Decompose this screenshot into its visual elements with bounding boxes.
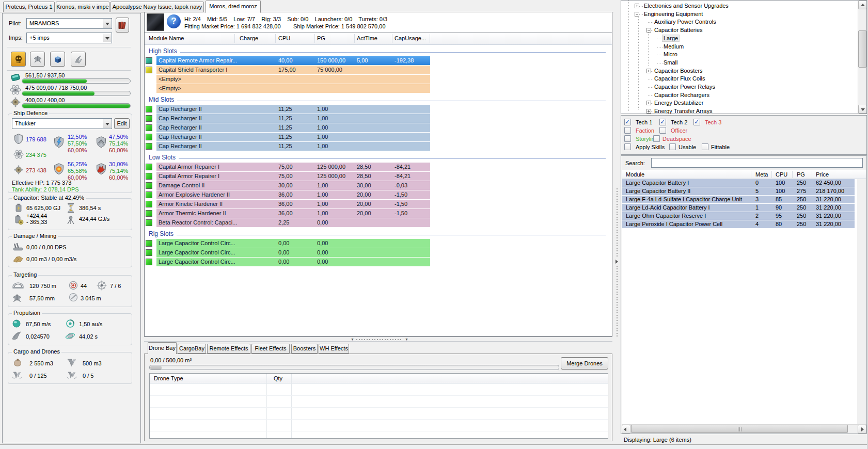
col-acttime[interactable]: ActTime [357, 35, 377, 41]
browser-item-row[interactable]: Large Ld-Acid Capacitor Battery I1902503… [622, 204, 855, 212]
tree-item-engineering-equipment[interactable]: Engineering Equipment [621, 10, 857, 19]
module-row[interactable]: Large Capacitor Control Circ...0,000,00 [145, 248, 612, 258]
col-charge[interactable]: Charge [240, 35, 258, 41]
tree-expander-icon[interactable] [646, 28, 651, 33]
fitting-header: ? Hi: 2/4 Mid: 5/5 Low: 7/7 Rig: 3/3 Sub… [145, 12, 612, 33]
tech1-label: Tech 1 [636, 119, 652, 125]
tree-item-capacitor-power-relays[interactable]: Capacitor Power Relays [621, 83, 857, 91]
tree-expander-icon[interactable] [646, 109, 651, 114]
tree-scrollbar[interactable] [858, 1, 866, 114]
module-row[interactable]: Large Capacitor Control Circ...0,000,00 [145, 258, 612, 267]
deadspace-checkbox[interactable] [653, 135, 660, 142]
browse-fittings-button[interactable] [116, 18, 129, 33]
tree-expander-icon[interactable] [635, 4, 639, 8]
drone-tab-fleet-effects[interactable]: Fleet Effects [251, 344, 290, 354]
cargo-button[interactable] [50, 52, 65, 67]
module-row[interactable]: Damage Control II30,001,0030,00-0,03 [145, 181, 612, 190]
browser-item-row[interactable]: Large Ohm Capacitor Reserve I29525031 22… [622, 212, 855, 220]
fit-tab-3[interactable]: Moros, dred moroz [206, 1, 261, 13]
tree-item-auxiliary-power-controls[interactable]: Auxiliary Power Controls [621, 18, 857, 26]
drone-tab-wh-effects[interactable]: WH Effects [319, 344, 349, 354]
drone-tab-cargobay[interactable]: CargoBay [178, 344, 206, 354]
drones-button[interactable] [71, 52, 86, 67]
agility: 0,024570 [26, 333, 50, 340]
module-row[interactable]: Capital Shield Transporter I175,0075 000… [145, 66, 612, 75]
module-row[interactable]: <Empty> [145, 84, 612, 93]
col-browser-pg[interactable]: PG [797, 171, 805, 178]
tech3-checkbox[interactable] [693, 119, 700, 125]
col-module-name[interactable]: Module Name [149, 35, 184, 41]
module-row[interactable]: Cap Recharger II11,251,00 [145, 114, 612, 123]
edit-profile-button[interactable]: Edit [114, 118, 130, 129]
fit-tab-0[interactable]: Proteus, Proteus 1 [3, 2, 55, 12]
tree-item-capacitor-batteries[interactable]: Capacitor Batteries [621, 26, 857, 35]
max-velocity: 87,50 m/s [26, 321, 51, 327]
tree-expander-icon[interactable] [635, 12, 639, 17]
browser-item-row[interactable]: Large Peroxide I Capacitor Power Cell480… [622, 220, 855, 229]
horizontal-splitter[interactable]: ▼ ▼ [144, 336, 612, 342]
col-drone-type[interactable]: Drone Type [154, 375, 183, 381]
tree-expander-icon[interactable] [646, 69, 651, 73]
drone-tab-remote-effects[interactable]: Remote Effects [207, 344, 250, 354]
storyline-checkbox[interactable] [624, 135, 631, 142]
search-input[interactable] [651, 158, 863, 168]
col-browser-cpu[interactable]: CPU [776, 171, 787, 178]
col-browser-module[interactable]: Module [626, 171, 644, 178]
module-row[interactable]: Armor Explosive Hardener II36,001,0020,0… [145, 190, 612, 200]
module-row[interactable]: Large Capacitor Control Circ...0,000,00 [145, 239, 612, 248]
ship-defence-title: Ship Defence [12, 110, 49, 116]
col-cpu[interactable]: CPU [278, 35, 290, 41]
implants-dropdown[interactable]: +5 imps [26, 33, 112, 43]
tree-expander-icon[interactable] [646, 101, 651, 105]
browser-item-row[interactable]: Large Capacitor Battery II5100275218 170… [622, 187, 855, 196]
tree-item-large[interactable]: Large [621, 35, 857, 43]
apply-skills-checkbox[interactable] [624, 143, 631, 150]
ship-render-image[interactable] [147, 13, 164, 31]
browser-item-row[interactable]: Large Capacitor Battery I010025062 450,0… [622, 179, 855, 187]
usable-checkbox[interactable] [669, 143, 676, 150]
drone-tab-drone-bay[interactable]: Drone Bay [148, 342, 177, 354]
faction-checkbox[interactable] [624, 127, 631, 134]
tech1-checkbox[interactable] [624, 119, 631, 125]
tech2-checkbox[interactable] [659, 119, 666, 125]
col-browser-meta[interactable]: Meta [755, 171, 768, 178]
defence-profile-dropdown[interactable]: Thukker [12, 118, 112, 129]
fit-tab-2[interactable]: Apocalypse Navy Issue, tapok navy [111, 2, 204, 12]
tree-item-energy-destabilizer[interactable]: Energy Destabilizer [621, 99, 857, 107]
module-row[interactable]: Beta Reactor Control: Capaci...2,250,00 [145, 218, 612, 228]
tree-item-medium[interactable]: Medium [621, 43, 857, 51]
module-row[interactable]: Capital Armor Repairer I75,00125 000,002… [145, 172, 612, 181]
browser-hscrollbar[interactable] [622, 424, 866, 433]
module-row[interactable]: Armor Kinetic Hardener II36,001,0020,00-… [145, 200, 612, 209]
col-browser-price[interactable]: Price [816, 171, 829, 178]
module-row[interactable]: Capital Remote Armor Repair...40,00150 0… [145, 56, 612, 66]
module-row[interactable]: <Empty> [145, 75, 612, 84]
tree-item-capacitor-flux-coils[interactable]: Capacitor Flux Coils [621, 75, 857, 83]
module-row[interactable]: Capital Armor Repairer I75,00125 000,002… [145, 163, 612, 172]
officer-checkbox[interactable] [659, 127, 666, 134]
fit-tab-1[interactable]: Kronos, miski v impe [56, 2, 109, 12]
module-row[interactable]: Armor Thermic Hardener II36,001,0020,00-… [145, 209, 612, 218]
character-button[interactable] [11, 52, 26, 67]
pilot-dropdown[interactable]: MRAMORS [26, 18, 112, 29]
module-row[interactable]: Cap Recharger II11,251,00 [145, 105, 612, 114]
tree-item-electronics-and-sensor-upgrades[interactable]: Electronics and Sensor Upgrades [621, 2, 857, 10]
col-qty[interactable]: Qty [274, 375, 282, 381]
module-row[interactable]: Cap Recharger II11,251,00 [145, 133, 612, 142]
browser-item-row[interactable]: Large F-4a Ld-Sulfate I Capacitor Charge… [622, 196, 855, 204]
tree-item-capacitor-rechargers[interactable]: Capacitor Rechargers [621, 91, 857, 100]
module-row[interactable]: Cap Recharger II11,251,00 [145, 123, 612, 133]
merge-drones-button[interactable]: Merge Drones [561, 357, 608, 370]
help-icon[interactable]: ? [167, 14, 181, 28]
tree-item-micro[interactable]: Micro [621, 51, 857, 59]
drone-tab-boosters[interactable]: Boosters [291, 344, 318, 354]
ship-info-button[interactable] [30, 52, 45, 67]
col-capusage[interactable]: CapUsage... [394, 35, 426, 41]
tree-item-energy-transfer-arrays[interactable]: Energy Transfer Arrays [621, 107, 857, 114]
module-row[interactable]: Cap Recharger II11,251,00 [145, 142, 612, 151]
vertical-splitter[interactable] [613, 0, 621, 444]
tree-item-capacitor-boosters[interactable]: Capacitor Boosters [621, 67, 857, 75]
fittable-checkbox[interactable] [702, 143, 708, 150]
col-pg[interactable]: PG [317, 35, 325, 41]
tree-item-small[interactable]: Small [621, 59, 857, 67]
